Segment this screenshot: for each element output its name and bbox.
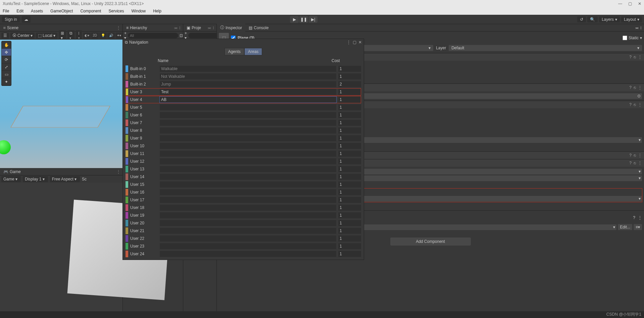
grid-snap-icon[interactable]: ⊞ ▾	[59, 30, 66, 41]
area-color-swatch[interactable]	[126, 81, 128, 88]
nav-tab-agents[interactable]: Agents	[225, 48, 244, 55]
area-color-swatch[interactable]	[126, 150, 128, 157]
area-name-input[interactable]	[160, 104, 336, 110]
menu-icon[interactable]: ⋮	[638, 161, 642, 165]
menu-icon[interactable]: ⋮	[638, 55, 642, 59]
area-color-swatch[interactable]	[126, 96, 128, 103]
tab-game[interactable]: 🎮Game	[0, 168, 24, 175]
area-cost-input[interactable]	[338, 104, 361, 110]
area-color-swatch[interactable]	[126, 181, 128, 188]
material-menu-icon[interactable]: ≡▾	[634, 224, 642, 230]
tab-project[interactable]: ▣Proje	[183, 24, 204, 31]
cloud-icon[interactable]: ☁	[22, 16, 31, 23]
area-color-swatch[interactable]	[126, 251, 128, 257]
area-cost-input[interactable]	[338, 197, 361, 203]
static-checkbox[interactable]	[623, 36, 627, 40]
area-color-swatch[interactable]	[126, 112, 128, 118]
area-cost-input[interactable]	[338, 97, 361, 103]
area-name-input[interactable]	[160, 127, 336, 134]
area-name-input[interactable]	[160, 89, 336, 95]
area-color-swatch[interactable]	[126, 65, 128, 72]
rotate-tool-icon[interactable]: ⟳	[2, 56, 11, 63]
area-name-input[interactable]	[160, 228, 336, 234]
area-cost-input[interactable]	[338, 112, 361, 118]
game-viewport[interactable]	[0, 183, 122, 311]
pivot-center-dropdown[interactable]: ⦿Center ▾	[10, 33, 35, 39]
area-name-input[interactable]	[160, 220, 336, 226]
object-picker-icon[interactable]: ⊙	[637, 94, 641, 98]
help-icon[interactable]: ?	[633, 215, 635, 220]
area-name-input[interactable]	[160, 143, 336, 149]
area-cost-input[interactable]	[338, 189, 361, 195]
menu-icon[interactable]: ⋮	[638, 102, 642, 107]
menu-help[interactable]: Help	[153, 9, 161, 13]
snap-settings-icon[interactable]: ⫶ ▾	[76, 30, 82, 41]
area-name-input[interactable]	[160, 243, 336, 249]
audio-icon[interactable]: 🔊	[107, 33, 115, 39]
area-name-input[interactable]	[160, 251, 336, 257]
search-icon[interactable]: 🔍	[587, 16, 598, 22]
menu-file[interactable]: File	[3, 9, 9, 13]
panel-menu-icon[interactable]: ⫘ ⋮	[205, 25, 216, 30]
tab-inspector[interactable]: ⓘInspector	[217, 24, 245, 32]
area-name-input[interactable]	[160, 151, 336, 157]
area-cost-input[interactable]	[338, 212, 361, 218]
minimize-icon[interactable]: —	[618, 1, 622, 6]
area-color-swatch[interactable]	[126, 104, 128, 111]
area-cost-input[interactable]	[338, 143, 361, 149]
area-cost-input[interactable]	[338, 220, 361, 226]
pause-button[interactable]: ❚❚	[299, 16, 308, 23]
scene-viewport[interactable]: ✋ ✥ ⟳ ⤢ ▭ ✦	[0, 40, 122, 168]
menu-assets[interactable]: Assets	[31, 9, 43, 13]
area-color-swatch[interactable]	[126, 243, 128, 250]
hierarchy-search-input[interactable]	[128, 33, 178, 38]
area-color-swatch[interactable]	[126, 189, 128, 196]
menu-edit[interactable]: Edit	[16, 9, 23, 13]
preset-icon[interactable]: ⎋	[634, 161, 636, 165]
menu-icon[interactable]: ⋮	[638, 215, 642, 220]
area-color-swatch[interactable]	[126, 173, 128, 180]
area-color-swatch[interactable]	[126, 89, 128, 95]
search-filter-icon[interactable]: ⊡	[180, 33, 183, 38]
game-view-dropdown[interactable]: Game ▾	[1, 176, 21, 182]
help-icon[interactable]: ?	[629, 153, 632, 158]
layer-dropdown[interactable]: Default▾	[449, 45, 642, 51]
panel-menu-icon[interactable]: ⋮	[347, 40, 351, 45]
fx-icon[interactable]: ✦▾	[115, 33, 123, 39]
area-cost-input[interactable]	[338, 251, 361, 257]
layers-dropdown[interactable]: Layers ▾	[599, 16, 620, 22]
area-color-swatch[interactable]	[126, 166, 128, 172]
maximize-icon[interactable]: ▢	[628, 1, 632, 6]
area-cost-input[interactable]	[338, 205, 361, 211]
area-cost-input[interactable]	[338, 127, 361, 134]
panel-menu-icon[interactable]: ⫘ ⋮	[172, 25, 183, 30]
layout-dropdown[interactable]: Layout ▾	[621, 16, 642, 22]
move-tool-icon[interactable]: ✥	[2, 49, 11, 56]
close-icon[interactable]: ✕	[358, 40, 362, 45]
preset-icon[interactable]: ⎋	[634, 55, 636, 59]
area-color-swatch[interactable]	[126, 143, 128, 149]
snap-increment-icon[interactable]: ⧉ ▾	[67, 30, 75, 41]
area-cost-input[interactable]	[338, 135, 361, 141]
menu-window[interactable]: Window	[131, 9, 146, 13]
area-cost-input[interactable]	[338, 181, 361, 188]
tab-scene[interactable]: ⌗Scene	[0, 24, 22, 31]
area-color-swatch[interactable]	[126, 119, 128, 126]
area-name-input[interactable]	[160, 212, 336, 218]
panel-menu-icon[interactable]: ⋮	[114, 25, 122, 30]
area-name-input[interactable]	[160, 205, 336, 211]
panel-menu-icon[interactable]: ⫘ ⋮	[633, 25, 644, 30]
area-name-input[interactable]	[160, 235, 336, 242]
menu-gameobject[interactable]: GameObject	[50, 9, 73, 13]
tab-navigation[interactable]: ⧉Navigation	[125, 40, 148, 45]
2d-toggle[interactable]: 2D	[91, 33, 99, 39]
menu-icon[interactable]: ⋮	[638, 153, 642, 158]
area-color-swatch[interactable]	[126, 158, 128, 165]
area-name-input[interactable]	[160, 97, 336, 103]
area-color-swatch[interactable]	[126, 235, 128, 242]
tab-console[interactable]: ▤Console	[245, 24, 272, 31]
signin-button[interactable]: Sign in	[2, 16, 20, 22]
area-cost-input[interactable]	[338, 235, 361, 242]
tab-hierarchy[interactable]: ≡Hierarchy	[123, 24, 150, 31]
menu-component[interactable]: Component	[80, 9, 101, 13]
